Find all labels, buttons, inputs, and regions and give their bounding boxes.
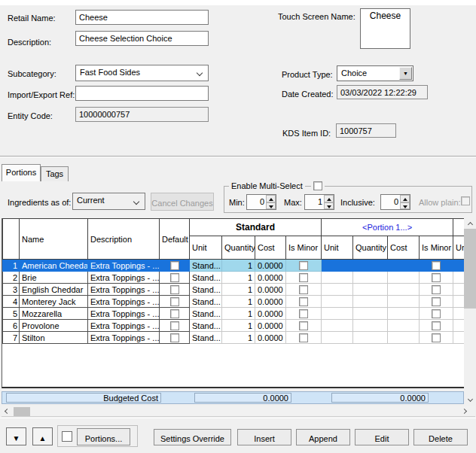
horizontal-scrollbar[interactable] — [2, 406, 475, 417]
cell-portion-cost[interactable] — [388, 284, 420, 296]
table-row[interactable]: 2 Brie Extra Toppings - ... Stand... 1 0… — [3, 272, 465, 284]
allow-plain-checkbox[interactable] — [461, 196, 470, 205]
col-header-quantity[interactable]: Quantity — [222, 236, 255, 260]
cell-quantity[interactable]: 1 — [222, 260, 255, 272]
table-row[interactable]: 7 Stilton Extra Toppings - ... Stand... … — [3, 332, 465, 344]
col-header-description[interactable]: Description — [88, 219, 160, 260]
dropdown-arrow-icon[interactable]: ▼ — [399, 67, 412, 80]
scroll-up-icon[interactable] — [465, 218, 475, 229]
product-type-combobox[interactable]: Choice ▼ — [337, 65, 413, 81]
col-header-cost[interactable]: Cost — [388, 236, 420, 260]
retail-name-input[interactable] — [75, 10, 209, 25]
inclusive-spinner[interactable]: 0 — [380, 194, 410, 210]
row-number[interactable]: 6 — [3, 320, 20, 332]
col-header-default[interactable]: Default — [160, 219, 190, 260]
cell-cost[interactable]: 0.0000 — [255, 308, 286, 320]
scroll-down-icon[interactable] — [465, 394, 475, 404]
spinner-up-icon[interactable] — [324, 195, 334, 202]
cell-cost[interactable]: 0.0000 — [255, 332, 286, 344]
cell-quantity[interactable]: 1 — [222, 296, 255, 308]
isminor-checkbox[interactable] — [299, 261, 308, 270]
isminor-checkbox[interactable] — [299, 273, 308, 282]
table-row[interactable]: 6 Provolone Extra Toppings - ... Stand..… — [3, 320, 465, 332]
col-header-cost[interactable]: Cost — [255, 236, 286, 260]
row-number[interactable]: 2 — [3, 272, 20, 284]
edit-button[interactable]: Edit — [355, 429, 409, 445]
cell-unit[interactable]: Stand... — [190, 308, 222, 320]
isminor-checkbox[interactable] — [432, 285, 441, 294]
tab-tags[interactable]: Tags — [41, 166, 69, 181]
description-input[interactable] — [75, 31, 209, 46]
cell-portion-unit[interactable] — [322, 296, 353, 308]
cell-unit[interactable]: Stand... — [190, 332, 222, 344]
default-checkbox[interactable] — [170, 285, 179, 294]
isminor-checkbox[interactable] — [432, 261, 441, 270]
isminor-checkbox[interactable] — [432, 333, 441, 342]
import-export-ref-input[interactable] — [75, 86, 209, 101]
cell-portion-cost[interactable] — [388, 260, 420, 272]
isminor-checkbox[interactable] — [432, 273, 441, 282]
cell-name[interactable]: American Cheedar — [20, 260, 88, 272]
cell-portion-unit[interactable] — [322, 260, 353, 272]
group-header-standard[interactable]: Standard — [190, 219, 322, 236]
cell-name[interactable]: Provolone — [20, 320, 88, 332]
move-up-button[interactable]: ▲ — [32, 427, 53, 445]
cell-portion-quantity[interactable] — [353, 260, 388, 272]
cell-unit[interactable]: Stand... — [190, 272, 222, 284]
table-row[interactable]: 4 Monterey Jack Extra Toppings - ... Sta… — [3, 296, 465, 308]
spinner-down-icon[interactable] — [324, 202, 334, 210]
cell-portion-quantity[interactable] — [353, 272, 388, 284]
cell-name[interactable]: Monterey Jack — [20, 296, 88, 308]
min-spinner[interactable]: 0 — [246, 194, 276, 210]
cell-cost[interactable]: 0.0000 — [255, 296, 286, 308]
cell-portion-unit[interactable] — [322, 284, 353, 296]
cell-portion-quantity[interactable] — [353, 296, 388, 308]
isminor-checkbox[interactable] — [432, 309, 441, 318]
spinner-up-icon[interactable] — [400, 195, 410, 202]
cell-name[interactable]: Mozzarella — [20, 308, 88, 320]
default-checkbox[interactable] — [170, 297, 179, 306]
default-checkbox[interactable] — [170, 333, 179, 342]
insert-button[interactable]: Insert — [237, 429, 291, 445]
col-header-unit[interactable]: Unit — [322, 236, 353, 260]
table-row[interactable]: 1 American Cheedar Extra Toppings - ... … — [3, 260, 465, 272]
cell-portion-cost[interactable] — [388, 308, 420, 320]
spinner-down-icon[interactable] — [400, 202, 410, 210]
row-number[interactable]: 3 — [3, 284, 20, 296]
cell-description[interactable]: Extra Toppings - ... — [88, 284, 160, 296]
max-spinner[interactable]: 1 — [304, 194, 334, 210]
cell-name[interactable]: Brie — [20, 272, 88, 284]
cell-quantity[interactable]: 1 — [222, 320, 255, 332]
cell-portion-quantity[interactable] — [353, 284, 388, 296]
portions-button[interactable]: Portions... — [77, 428, 130, 445]
portions-checkbox[interactable] — [62, 431, 72, 442]
isminor-checkbox[interactable] — [299, 333, 308, 342]
row-number[interactable]: 4 — [3, 296, 20, 308]
spinner-up-icon[interactable] — [266, 195, 276, 202]
cell-portion-quantity[interactable] — [353, 320, 388, 332]
horizontal-scrollbar-thumb[interactable] — [14, 407, 30, 416]
col-header-unit[interactable]: Unit — [190, 236, 222, 260]
cell-portion-unit[interactable] — [322, 272, 353, 284]
cell-cost[interactable]: 0.0000 — [255, 320, 286, 332]
cell-portion-cost[interactable] — [388, 320, 420, 332]
cell-portion-quantity[interactable] — [353, 332, 388, 344]
cell-portion-quantity[interactable] — [353, 308, 388, 320]
vertical-scrollbar[interactable] — [464, 218, 476, 404]
cell-description[interactable]: Extra Toppings - ... — [88, 308, 160, 320]
cell-name[interactable]: Stilton — [20, 332, 88, 344]
tab-portions[interactable]: Portions — [2, 164, 41, 181]
cell-portion-unit[interactable] — [322, 320, 353, 332]
cell-name[interactable]: English Cheddar — [20, 284, 88, 296]
row-number[interactable]: 5 — [3, 308, 20, 320]
default-checkbox[interactable] — [170, 321, 179, 330]
cell-portion-cost[interactable] — [388, 332, 420, 344]
default-checkbox[interactable] — [170, 309, 179, 318]
cell-unit[interactable]: Stand... — [190, 284, 222, 296]
cell-quantity[interactable]: 1 — [222, 308, 255, 320]
cell-portion-cost[interactable] — [388, 296, 420, 308]
isminor-checkbox[interactable] — [299, 321, 308, 330]
cancel-changes-button[interactable]: Cancel Changes — [151, 193, 214, 211]
cell-cost[interactable]: 0.0000 — [255, 272, 286, 284]
spinner-down-icon[interactable] — [266, 202, 276, 210]
